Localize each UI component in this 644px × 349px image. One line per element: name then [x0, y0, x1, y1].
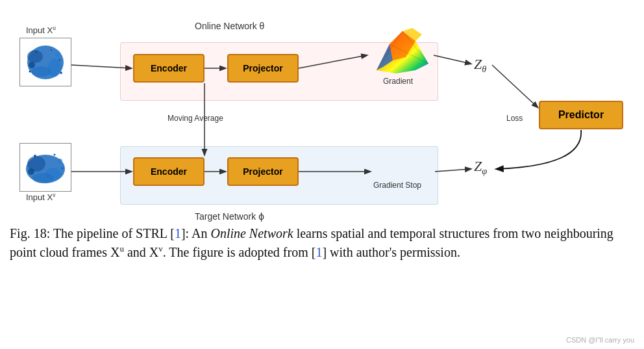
- gradient-visualization: [370, 25, 432, 73]
- input-v-label: Input Xv: [26, 192, 55, 202]
- cite-2: 1: [316, 245, 322, 259]
- input-u-label: Input Xu: [26, 25, 56, 35]
- loss-label: Loss: [506, 114, 523, 123]
- svg-point-17: [34, 155, 36, 157]
- online-network-label: Online Network θ: [195, 21, 264, 31]
- svg-line-34: [435, 169, 471, 172]
- gradient-stop-label: Gradient Stop: [373, 181, 421, 190]
- gradient-label: Gradient: [383, 77, 413, 86]
- point-cloud-bottom: [19, 143, 71, 192]
- svg-point-15: [28, 168, 34, 175]
- encoder-top: Encoder: [133, 54, 204, 83]
- caption-fig: Fig. 18: The pipeline of STRL [1]: An On…: [10, 226, 613, 259]
- encoder-bottom: Encoder: [133, 157, 204, 186]
- svg-point-6: [35, 51, 38, 53]
- svg-point-5: [55, 52, 60, 57]
- point-cloud-top: [19, 38, 71, 86]
- projector-top: Projector: [227, 54, 299, 83]
- z-phi-label: Zφ: [474, 158, 487, 177]
- svg-point-9: [29, 70, 31, 72]
- svg-point-14: [32, 173, 53, 183]
- projector-bottom: Projector: [227, 157, 299, 186]
- svg-point-3: [32, 66, 51, 77]
- caption-text: Fig. 18: The pipeline of STRL [1]: An On…: [10, 224, 634, 262]
- z-theta-label: Zθ: [474, 56, 486, 75]
- svg-point-8: [58, 58, 61, 61]
- predictor-box: Predictor: [539, 101, 623, 129]
- svg-line-36: [492, 65, 538, 107]
- cite-1: 1: [175, 226, 181, 240]
- svg-point-16: [57, 159, 62, 164]
- svg-point-7: [51, 49, 53, 51]
- watermark: CSDN @l"ll carry you: [566, 336, 634, 344]
- svg-point-18: [54, 153, 56, 155]
- svg-point-4: [29, 62, 35, 68]
- moving-average-label: Moving Average: [167, 114, 223, 123]
- svg-point-19: [61, 167, 64, 170]
- svg-point-10: [60, 71, 62, 74]
- svg-line-30: [434, 55, 471, 64]
- target-network-label: Target Network ϕ: [195, 211, 264, 222]
